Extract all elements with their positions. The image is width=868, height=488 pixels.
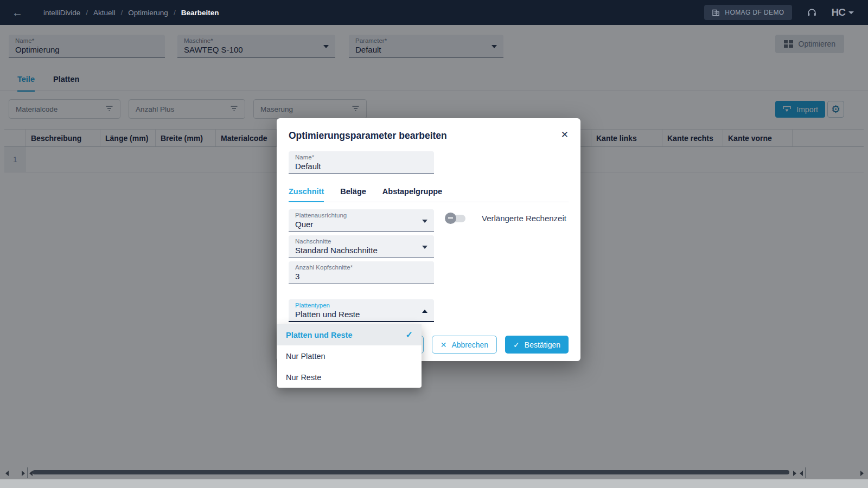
chevron-down-icon — [848, 11, 854, 14]
nachschnitte-value: Standard Nachschnitte — [295, 245, 427, 255]
plattenausrichtung-label: Plattenausrichtung — [295, 212, 427, 219]
tenant-label: HOMAG DF DEMO — [725, 9, 784, 16]
breadcrumb-item-bearbeiten: Bearbeiten — [181, 9, 219, 17]
plattenausrichtung-select[interactable]: Plattenausrichtung Quer — [289, 209, 434, 232]
plattentypen-label: Plattentypen — [295, 302, 427, 309]
dropdown-option-nur-platten[interactable]: Nur Platten — [277, 345, 422, 367]
kopfschnitte-value: 3 — [295, 271, 427, 281]
dialog-name-field[interactable]: Name* Default — [289, 151, 434, 174]
dropdown-option-nur-reste[interactable]: Nur Reste — [277, 367, 422, 388]
breadcrumb-separator: / — [121, 9, 123, 17]
tenant-button[interactable]: HOMAG DF DEMO — [704, 5, 792, 20]
kopfschnitte-label: Anzahl Kopfschnitte* — [295, 264, 427, 271]
plattentypen-select[interactable]: Plattentypen Platten und Reste — [289, 299, 434, 322]
plattenausrichtung-value: Quer — [295, 219, 427, 229]
plattentypen-dropdown: Platten und Reste ✓ Nur Platten Nur Rest… — [277, 324, 422, 388]
breadcrumb: intelliDivide / Aktuell / Optimierung / … — [43, 9, 219, 17]
x-icon: ✕ — [441, 341, 447, 349]
building-icon — [712, 9, 720, 17]
option-label: Platten und Reste — [286, 331, 352, 339]
close-icon[interactable]: ✕ — [561, 129, 569, 140]
top-bar: ← intelliDivide / Aktuell / Optimierung … — [0, 0, 868, 25]
dialog-name-value: Default — [295, 161, 427, 171]
dialog-title: Optimierungsparameter bearbeiten — [289, 130, 569, 142]
headset-icon[interactable] — [806, 7, 818, 18]
rechenzeit-toggle[interactable] — [446, 215, 465, 222]
check-icon: ✓ — [406, 330, 413, 340]
breadcrumb-separator: / — [174, 9, 176, 17]
account-menu[interactable]: HC — [832, 7, 854, 18]
chevron-down-icon — [422, 246, 427, 249]
tab-belaege[interactable]: Beläge — [340, 187, 366, 202]
check-icon: ✓ — [513, 341, 520, 349]
breadcrumb-item-intellidivide[interactable]: intelliDivide — [43, 9, 80, 17]
back-arrow-icon[interactable]: ← — [12, 7, 23, 19]
chevron-up-icon — [422, 310, 427, 313]
toggle-knob — [445, 213, 456, 224]
homag-logo: HC — [832, 7, 845, 18]
plattentypen-value: Platten und Reste — [295, 309, 427, 319]
option-label: Nur Platten — [286, 352, 326, 361]
nachschnitte-label: Nachschnitte — [295, 238, 427, 245]
dialog-tabs: Zuschnitt Beläge Abstapelgruppe — [289, 187, 569, 202]
rechenzeit-toggle-label: Verlängerte Rechenzeit — [482, 214, 566, 223]
option-label: Nur Reste — [286, 373, 321, 382]
dialog-name-label: Name* — [295, 154, 427, 161]
breadcrumb-item-aktuell[interactable]: Aktuell — [93, 9, 116, 17]
confirm-button[interactable]: ✓ Bestätigen — [505, 336, 569, 354]
chevron-down-icon — [422, 220, 427, 223]
bottom-strip — [0, 479, 868, 488]
kopfschnitte-field[interactable]: Anzahl Kopfschnitte* 3 — [289, 261, 434, 284]
nachschnitte-select[interactable]: Nachschnitte Standard Nachschnitte — [289, 235, 434, 258]
tab-abstapelgruppe[interactable]: Abstapelgruppe — [382, 187, 442, 202]
confirm-button-label: Bestätigen — [525, 341, 560, 349]
dropdown-option-platten-und-reste[interactable]: Platten und Reste ✓ — [277, 324, 422, 345]
cancel-button-label: Abbrechen — [451, 341, 488, 349]
cancel-button[interactable]: ✕ Abbrechen — [432, 336, 497, 354]
breadcrumb-item-optimierung[interactable]: Optimierung — [128, 9, 168, 17]
tab-zuschnitt[interactable]: Zuschnitt — [289, 187, 324, 202]
breadcrumb-separator: / — [86, 9, 88, 17]
